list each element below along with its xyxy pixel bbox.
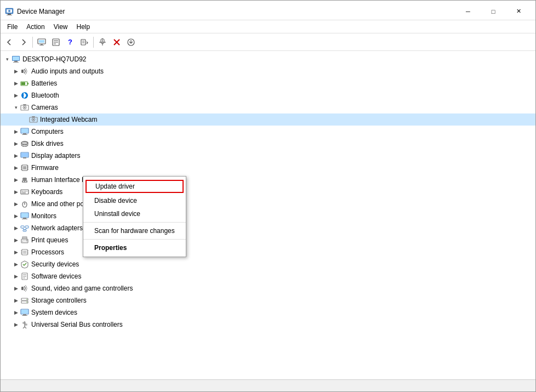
scan-button[interactable] xyxy=(78,36,91,49)
display-icon xyxy=(20,151,29,160)
print-expand[interactable]: ▶ xyxy=(12,236,20,245)
status-bar xyxy=(1,379,535,391)
bluetooth-expand[interactable]: ▶ xyxy=(12,91,20,100)
tree-item-bluetooth[interactable]: ▶ Bluetooth xyxy=(1,89,535,101)
firmware-label: Firmware xyxy=(31,164,59,172)
menu-view[interactable]: View xyxy=(49,22,72,32)
svg-rect-46 xyxy=(23,157,26,158)
svg-point-67 xyxy=(24,203,25,204)
sound-expand[interactable]: ▶ xyxy=(12,284,20,293)
svg-rect-104 xyxy=(25,324,27,325)
svg-rect-2 xyxy=(8,14,11,15)
cameras-expand[interactable]: ▾ xyxy=(12,103,20,112)
ctx-update-driver[interactable]: Update driver xyxy=(85,180,184,193)
svg-rect-7 xyxy=(41,44,43,45)
tree-item-human[interactable]: ▶ Human Interface Devices xyxy=(1,174,535,186)
human-expand[interactable]: ▶ xyxy=(12,175,20,184)
audio-expand[interactable]: ▶ xyxy=(12,67,20,76)
tree-item-network[interactable]: ▶ Network adapters xyxy=(1,222,535,234)
svg-rect-59 xyxy=(21,190,28,194)
tree-item-monitors[interactable]: ▶ Monitors xyxy=(1,210,535,222)
disk-expand[interactable]: ▶ xyxy=(12,139,20,148)
forward-button[interactable] xyxy=(17,36,30,49)
usb-expand[interactable]: ▶ xyxy=(12,320,20,329)
sound-icon xyxy=(20,284,29,293)
tree-item-batteries[interactable]: ▶ Batteries xyxy=(1,77,535,89)
svg-rect-82 xyxy=(23,251,26,254)
tree-item-audio[interactable]: ▶ Audio inputs and outputs xyxy=(1,65,535,77)
mice-expand[interactable]: ▶ xyxy=(12,200,20,208)
tree-item-security[interactable]: ▶ Security devices xyxy=(1,258,535,270)
bluetooth-icon xyxy=(20,91,29,100)
display-label: Display adapters xyxy=(31,152,80,160)
svg-rect-62 xyxy=(25,191,26,192)
system-expand[interactable]: ▶ xyxy=(12,308,20,317)
svg-rect-6 xyxy=(39,40,44,43)
tree-item-system[interactable]: ▶ System devices xyxy=(1,306,535,319)
usb-icon xyxy=(20,320,29,329)
minimize-button[interactable]: ─ xyxy=(455,4,481,19)
tree-item-print[interactable]: ▶ Print queues xyxy=(1,234,535,246)
computers-expand[interactable]: ▶ xyxy=(12,127,20,136)
menu-file[interactable]: File xyxy=(3,22,22,32)
tree-item-usb[interactable]: ▶ Universal Serial Bus controllers xyxy=(1,319,535,331)
monitors-expand[interactable]: ▶ xyxy=(12,212,20,220)
display-expand[interactable]: ▶ xyxy=(12,151,20,160)
tree-item-computers[interactable]: ▶ Computers xyxy=(1,126,535,138)
svg-rect-35 xyxy=(32,116,35,117)
tree-item-processors[interactable]: ▶ Processors xyxy=(1,246,535,258)
security-expand[interactable]: ▶ xyxy=(12,260,20,269)
tree-item-webcam[interactable]: Integrated Webcam xyxy=(1,113,535,126)
keyboards-expand[interactable]: ▶ xyxy=(12,188,20,196)
tree-item-sound[interactable]: ▶ Sound, video and game controllers xyxy=(1,282,535,294)
tree-item-display[interactable]: ▶ Display adapters xyxy=(1,150,535,162)
computer-button[interactable] xyxy=(35,36,48,49)
toolbar-separator-1 xyxy=(32,37,33,48)
network-expand[interactable]: ▶ xyxy=(12,224,20,232)
storage-expand[interactable]: ▶ xyxy=(12,296,20,305)
maximize-button[interactable]: □ xyxy=(481,4,506,19)
device-tree[interactable]: ▾ DESKTOP-HQ7UD92 ▶ xyxy=(1,51,535,379)
close-button[interactable]: ✕ xyxy=(506,4,531,19)
ctx-separator-2 xyxy=(83,239,186,240)
bluetooth-label: Bluetooth xyxy=(31,92,59,99)
menu-help[interactable]: Help xyxy=(72,22,95,32)
svg-rect-63 xyxy=(27,191,27,192)
ctx-properties[interactable]: Properties xyxy=(83,241,186,254)
ctx-uninstall-device[interactable]: Uninstall device xyxy=(83,207,186,220)
svg-rect-71 xyxy=(22,219,27,219)
back-button[interactable] xyxy=(3,36,16,49)
system-icon xyxy=(20,308,29,317)
tree-item-disk[interactable]: ▶ Disk drives xyxy=(1,138,535,150)
menu-action[interactable]: Action xyxy=(22,22,49,32)
remove-button[interactable] xyxy=(110,36,123,49)
svg-rect-64 xyxy=(22,192,26,194)
computers-icon xyxy=(20,127,29,136)
audio-icon xyxy=(20,67,29,76)
batteries-expand[interactable]: ▶ xyxy=(12,79,20,88)
software-expand[interactable]: ▶ xyxy=(12,272,20,281)
help-button[interactable]: ? xyxy=(64,36,77,49)
tree-item-firmware[interactable]: ▶ Firmware xyxy=(1,162,535,174)
monitors-label: Monitors xyxy=(31,212,56,220)
properties-button[interactable] xyxy=(49,36,62,49)
processors-expand[interactable]: ▶ xyxy=(12,248,20,257)
tree-item-cameras[interactable]: ▾ Cameras xyxy=(1,101,535,113)
firmware-expand[interactable]: ▶ xyxy=(12,163,20,172)
add-driver-button[interactable] xyxy=(96,36,109,49)
tree-item-keyboards[interactable]: ▶ Keyboards xyxy=(1,186,535,198)
toolbar: ? xyxy=(1,33,535,51)
ctx-disable-device[interactable]: Disable device xyxy=(83,194,186,207)
svg-rect-55 xyxy=(22,178,27,180)
svg-point-80 xyxy=(26,240,27,241)
tree-item-software[interactable]: ▶ Software devices xyxy=(1,270,535,282)
root-expand-arrow[interactable]: ▾ xyxy=(3,55,12,64)
svg-rect-61 xyxy=(24,191,25,192)
update-driver-toolbar-button[interactable] xyxy=(124,36,138,49)
ctx-scan-hardware[interactable]: Scan for hardware changes xyxy=(83,224,186,237)
tree-root[interactable]: ▾ DESKTOP-HQ7UD92 xyxy=(1,53,535,65)
svg-point-96 xyxy=(26,299,27,300)
svg-point-30 xyxy=(24,107,26,109)
tree-item-mice[interactable]: ▶ Mice and other pointing devices xyxy=(1,198,535,210)
tree-item-storage[interactable]: ▶ Storage controllers xyxy=(1,294,535,306)
